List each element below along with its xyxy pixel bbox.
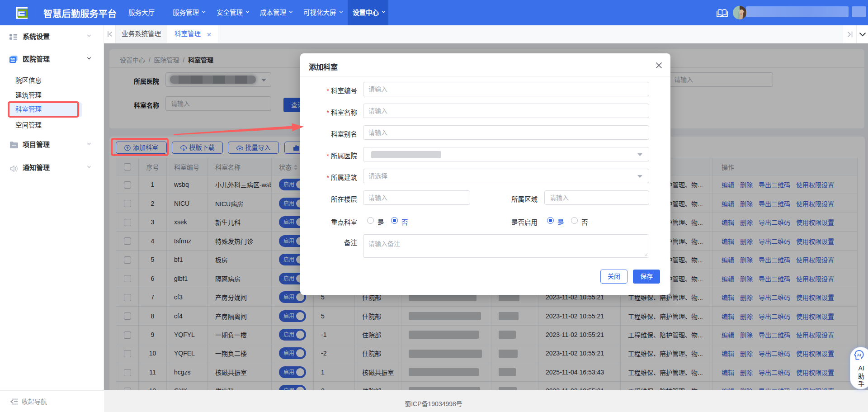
svg-text:AI: AI	[857, 353, 861, 357]
